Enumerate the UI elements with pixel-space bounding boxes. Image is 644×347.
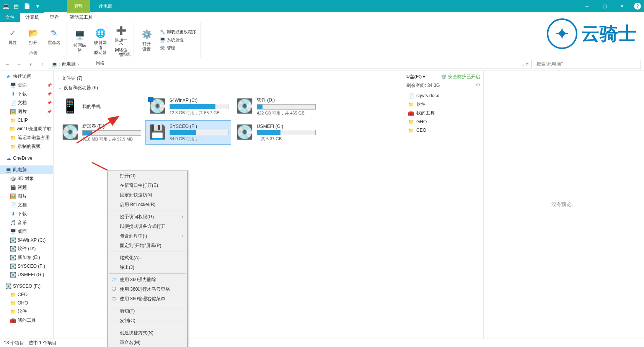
tab-computer[interactable]: 计算机 — [20, 12, 44, 22]
tree-documents2[interactable]: 📄文档 — [0, 201, 53, 210]
ribbon-rename-button[interactable]: ✎ 重命名 — [44, 23, 64, 50]
tree-music[interactable]: 🎵音乐 — [0, 218, 53, 227]
tree-pictures2[interactable]: 🖼️图片 — [0, 192, 53, 201]
tab-view[interactable]: 查看 — [44, 12, 64, 22]
chevron-down-icon: ⌄ — [58, 86, 61, 90]
tree-downloads2[interactable]: ⬇下载 — [0, 210, 53, 218]
ribbon-map-drive-button[interactable]: 🌐 映射网络 驱动器 — [91, 23, 110, 59]
tree-drive-d[interactable]: 💽软件 (D:) — [0, 244, 53, 253]
cm-bitlocker[interactable]: 启用 BitLocker(B) — [108, 200, 186, 210]
qat-properties-icon[interactable]: 📄 — [22, 2, 31, 11]
cm-format[interactable]: 格式化(A)... — [108, 253, 186, 263]
tree-gho[interactable]: 📁GHO — [0, 299, 53, 307]
nav-back-button[interactable]: ← — [3, 60, 12, 69]
cm-cut[interactable]: 剪切(T) — [108, 306, 186, 316]
refresh-icon[interactable]: ⟳ — [526, 62, 529, 66]
tree-3d[interactable]: 🎲3D 对象 — [0, 174, 53, 183]
file-icon: 📁 — [408, 101, 414, 108]
tree-software[interactable]: 📁软件 — [0, 307, 53, 316]
cm-include[interactable]: 包含到库中(I)› — [108, 231, 186, 241]
cm-360-delete[interactable]: 🛡使用 360强力删除 — [108, 275, 186, 285]
cm-pin-quick[interactable]: 固定到快速访问 — [108, 190, 186, 200]
usb-disk-icon: 💾 — [148, 123, 166, 141]
tree-notebook[interactable]: 📁笔记本磁盘占用 — [0, 133, 53, 142]
ribbon-settings-button[interactable]: ⚙️ 打开 设置 — [137, 27, 156, 53]
detail-list-item[interactable]: 🧰我的工具 — [406, 109, 480, 117]
drive-f[interactable]: 💾 SYSCEO (F:) 34.0 GB 可用， — [145, 120, 231, 145]
pc-icon: 💻 — [5, 167, 11, 173]
group-folders[interactable]: ›文件夹 (7) — [58, 75, 398, 82]
detail-list-item[interactable]: 📄sqwts.docx — [406, 92, 480, 100]
tree-desktop[interactable]: 🖥️桌面📌 — [0, 81, 53, 90]
cm-pin-start[interactable]: 固定到"开始"屏幕(P) — [108, 241, 186, 250]
tree-this-pc[interactable]: 💻此电脑 — [0, 165, 53, 174]
file-list[interactable]: ›文件夹 (7) ⌄设备和驱动器 (6) 📱 我的手机 💽 64WinXP (C… — [54, 70, 403, 339]
nav-forward-button[interactable]: → — [15, 60, 24, 69]
ribbon-manage-button[interactable]: ⚒️管理 — [159, 44, 197, 52]
tree-drive-e[interactable]: 💽新加卷 (E:) — [0, 253, 53, 262]
ribbon-media-button[interactable]: 🖥️ 访问媒体 — [70, 23, 89, 59]
title-tab-manage[interactable]: 管理 — [67, 0, 90, 13]
cm-360-scan[interactable]: 🛡使用 360进行木马云查杀 — [108, 285, 186, 294]
tree-videos[interactable]: 🎬视频 — [0, 183, 53, 192]
cm-open-new[interactable]: 在新窗口中打开(E) — [108, 181, 186, 190]
tree-recorded[interactable]: 📁录制的视频 — [0, 142, 53, 151]
minimize-button[interactable]: ─ — [578, 0, 596, 12]
dropdown-icon[interactable]: ⌄ — [522, 62, 525, 66]
file-icon: 📁 — [408, 119, 414, 125]
cm-rename[interactable]: 重命名(M) — [108, 338, 186, 347]
maximize-button[interactable]: ▢ — [596, 0, 613, 12]
drive-e[interactable]: 💽 新加卷 (E:) 81.8 MB 可用，共 97.9 MB — [58, 120, 144, 145]
qat-dropdown-icon[interactable]: ▾ — [33, 2, 42, 11]
cm-open[interactable]: 打开(O) — [108, 171, 186, 181]
drive-c[interactable]: 💽 64WinXP (C:) 12.3 GB 可用，共 55.7 GB — [145, 94, 231, 119]
nav-up-button[interactable]: ↑ — [37, 60, 47, 69]
detail-list-item[interactable]: 📁CEO — [406, 126, 480, 134]
ribbon-properties-button[interactable]: ✓ 属性 — [3, 23, 22, 50]
tree-drive-g[interactable]: 💽USMEFI (G:) — [0, 270, 53, 279]
tree-win10[interactable]: 📁win10亮度调节软 — [0, 124, 53, 133]
gear-icon[interactable]: ⚙ — [476, 82, 480, 89]
tree-documents[interactable]: 📄文档📌 — [0, 98, 53, 107]
settings-icon: ⚙️ — [140, 28, 153, 41]
drive-d[interactable]: 💽 软件 (D:) 422 GB 可用，共 465 GB — [233, 94, 318, 119]
cm-360-manage[interactable]: 🛡使用 360管理右键菜单 — [108, 294, 186, 304]
group-devices[interactable]: ⌄设备和驱动器 (6) — [58, 85, 398, 91]
tree-downloads[interactable]: ⬇下载📌 — [0, 90, 53, 98]
close-button[interactable]: ✕ — [613, 0, 631, 12]
tree-sysceo[interactable]: 💽SYSCEO (F:) — [0, 282, 53, 290]
tree-drive-c[interactable]: 💽64WinXP (C:) — [0, 236, 53, 244]
detail-title[interactable]: U盘(F:) ▾ — [406, 74, 425, 80]
tree-mytools[interactable]: 🧰我的工具 — [0, 316, 53, 325]
tree-onedrive[interactable]: ☁OneDrive — [0, 154, 53, 162]
help-button[interactable]: ? — [634, 3, 641, 10]
ribbon-sysprops-button[interactable]: 🖥️系统属性 — [159, 36, 197, 44]
tree-pictures[interactable]: 🖼️图片📌 — [0, 107, 53, 116]
ribbon-uninstall-button[interactable]: 🔧卸载或更改程序 — [159, 28, 197, 36]
tab-drive-tools[interactable]: 驱动器工具 — [64, 12, 98, 22]
drive-g[interactable]: 💽 USMEFI (G:) ，共 6.37 GB — [233, 120, 318, 145]
tree-quick-access[interactable]: ★快速访问 — [0, 72, 53, 81]
detail-list-item[interactable]: 📁软件 — [406, 100, 480, 108]
folder-icon: 📁 — [10, 309, 16, 315]
disk-icon: 💽 — [10, 272, 16, 278]
cm-eject[interactable]: 弹出(J) — [108, 263, 186, 272]
tree-clip[interactable]: 📁CLIP — [0, 116, 53, 124]
tab-file[interactable]: 文件 — [0, 12, 20, 22]
search-input[interactable]: 搜索"此电脑" — [534, 60, 641, 69]
tree-desktop2[interactable]: 🖥️桌面 — [0, 227, 53, 236]
cm-copy[interactable]: 复制(C) — [108, 316, 186, 326]
detail-list-item[interactable]: 📁GHO — [406, 118, 480, 126]
ribbon-group-system: 系统 — [111, 51, 142, 57]
navigation-tree[interactable]: ★快速访问 🖥️桌面📌 ⬇下载📌 📄文档📌 🖼️图片📌 📁CLIP 📁win10… — [0, 70, 54, 339]
cm-grant-access[interactable]: 授予访问权限(G)› — [108, 212, 186, 222]
qat-new-icon[interactable]: ▤ — [11, 2, 21, 11]
desktop-icon: 🖥️ — [10, 229, 16, 235]
device-phone[interactable]: 📱 我的手机 — [58, 94, 144, 119]
cm-shortcut[interactable]: 创建快捷方式(S) — [108, 328, 186, 338]
tree-ceo[interactable]: 📁CEO — [0, 290, 53, 299]
nav-recent-button[interactable]: ▾ — [26, 60, 35, 69]
ribbon-open-button[interactable]: 📂 打开 — [24, 23, 43, 50]
cm-portable[interactable]: 以便携式设备方式打开 — [108, 222, 186, 231]
tree-drive-f[interactable]: 💽SYSCEO (F:) — [0, 262, 53, 270]
